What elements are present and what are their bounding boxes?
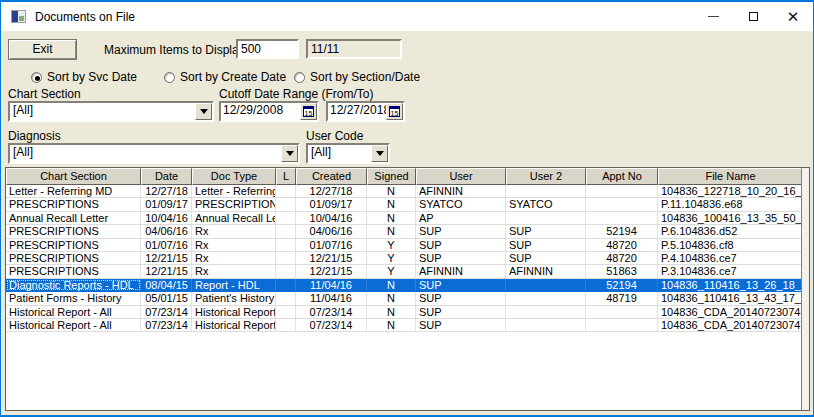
cell-user: SUP xyxy=(416,306,506,318)
table-row[interactable]: PRESCRIPTIONS04/06/16Rx04/06/16NSUPSUP52… xyxy=(6,225,801,238)
cell-user: SYATCO xyxy=(416,198,506,210)
radio-icon xyxy=(294,72,305,83)
cell-signed: N xyxy=(367,212,416,224)
cell-l xyxy=(276,292,296,304)
cutoff-to-date[interactable]: 12/27/2018 xyxy=(326,101,405,122)
cell-file-name: P.3.104836.ce7 xyxy=(658,265,801,277)
cutoff-from-date[interactable]: 12/29/2008 xyxy=(219,101,319,122)
column-header-date[interactable]: Date xyxy=(141,168,192,185)
minimize-icon xyxy=(708,16,719,17)
exit-button[interactable]: Exit xyxy=(8,39,77,60)
cell-appt-no xyxy=(586,198,658,210)
diagnosis-combo[interactable]: [All] xyxy=(8,143,300,164)
cell-chart-section: Diagnostic Reports - HDL xyxy=(6,279,141,291)
diagnosis-dropdown-button[interactable] xyxy=(281,145,298,162)
maximize-icon xyxy=(749,12,758,21)
cell-user: SUP xyxy=(416,225,506,237)
table-row[interactable]: PRESCRIPTIONS12/21/15Rx12/21/15YSUPSUP48… xyxy=(6,252,801,265)
column-header-user[interactable]: User xyxy=(416,168,506,185)
cutoff-from-calendar-button[interactable] xyxy=(300,103,317,120)
cell-doc-type: Historical Report xyxy=(192,319,276,331)
radio-icon xyxy=(31,72,42,83)
cell-user-2: SUP xyxy=(506,252,586,264)
cell-user: AFINNIN xyxy=(416,185,506,197)
table-row[interactable]: Historical Report - All07/23/14Historica… xyxy=(6,319,801,332)
cell-file-name: 104836_122718_10_20_16_1 xyxy=(658,185,801,197)
documents-on-file-window: Documents on File ✕ Exit Maximum Items t… xyxy=(0,0,814,417)
chevron-down-icon xyxy=(286,151,294,156)
cell-date: 01/07/16 xyxy=(141,239,192,251)
radio-sort-by-svc-date[interactable]: Sort by Svc Date xyxy=(31,70,137,84)
column-header-doc-type[interactable]: Doc Type xyxy=(192,168,276,185)
cell-created: 01/07/16 xyxy=(296,239,367,251)
cell-created: 10/04/16 xyxy=(296,212,367,224)
user-code-combo[interactable]: [All] xyxy=(306,143,390,164)
cell-signed: Y xyxy=(367,239,416,251)
cutoff-to-calendar-button[interactable] xyxy=(386,103,403,120)
column-header-l[interactable]: L xyxy=(276,168,296,185)
cell-chart-section: Historical Report - All xyxy=(6,319,141,331)
cell-date: 12/27/18 xyxy=(141,185,192,197)
cell-doc-type: Letter - Referring xyxy=(192,185,276,197)
minimize-button[interactable] xyxy=(693,2,733,31)
cell-file-name: 104836_100416_13_35_50_1 xyxy=(658,212,801,224)
cell-l xyxy=(276,279,296,291)
cutoff-range-label: Cutoff Date Range (From/To) xyxy=(219,87,374,101)
max-items-label: Maximum Items to Display xyxy=(104,43,245,57)
cell-appt-no: 52194 xyxy=(586,225,658,237)
table-row[interactable]: PRESCRIPTIONS12/21/15Rx12/21/15YAFINNINA… xyxy=(6,265,801,278)
cell-chart-section: Annual Recall Letter xyxy=(6,212,141,224)
cell-file-name: P.6.104836.d52 xyxy=(658,225,801,237)
cell-signed: N xyxy=(367,185,416,197)
column-header-appt-no[interactable]: Appt No xyxy=(586,168,658,185)
close-button[interactable]: ✕ xyxy=(773,2,813,31)
table-body: Letter - Referring MD12/27/18Letter - Re… xyxy=(6,185,801,410)
column-header-created[interactable]: Created xyxy=(296,168,367,185)
table-row[interactable]: Patient Forms - History05/01/15Patient's… xyxy=(6,292,801,305)
radio-label: Sort by Svc Date xyxy=(47,70,137,84)
table-row[interactable]: PRESCRIPTIONS01/07/16Rx01/07/16YSUPSUP48… xyxy=(6,239,801,252)
cell-date: 12/21/15 xyxy=(141,265,192,277)
max-items-input[interactable]: 500 xyxy=(236,39,299,59)
chart-section-label: Chart Section xyxy=(8,87,81,101)
column-header-signed[interactable]: Signed xyxy=(367,168,416,185)
cell-user-2: AFINNIN xyxy=(506,265,586,277)
maximize-button[interactable] xyxy=(733,2,773,31)
cell-created: 12/27/18 xyxy=(296,185,367,197)
item-count-field: 11/11 xyxy=(306,39,402,59)
radio-sort-by-section-date[interactable]: Sort by Section/Date xyxy=(294,70,420,84)
column-header-user-2[interactable]: User 2 xyxy=(506,168,586,185)
vertical-scrollbar[interactable] xyxy=(801,168,809,410)
cell-chart-section: PRESCRIPTIONS xyxy=(6,239,141,251)
table-row[interactable]: Diagnostic Reports - HDL08/04/15Report -… xyxy=(6,279,801,292)
cell-user: SUP xyxy=(416,239,506,251)
chevron-down-icon xyxy=(376,151,384,156)
radio-sort-by-create-date[interactable]: Sort by Create Date xyxy=(164,70,286,84)
window-title: Documents on File xyxy=(35,10,135,24)
table-row[interactable]: Letter - Referring MD12/27/18Letter - Re… xyxy=(6,185,801,198)
table-row[interactable]: Annual Recall Letter10/04/16Annual Recal… xyxy=(6,212,801,225)
column-header-file-name[interactable]: File Name xyxy=(658,168,803,185)
cell-created: 12/21/15 xyxy=(296,265,367,277)
chart-section-combo[interactable]: [All] xyxy=(8,101,214,122)
chart-section-dropdown-button[interactable] xyxy=(195,103,212,120)
cell-created: 04/06/16 xyxy=(296,225,367,237)
cell-chart-section: Letter - Referring MD xyxy=(6,185,141,197)
cell-user: AFINNIN xyxy=(416,265,506,277)
chevron-down-icon xyxy=(200,109,208,114)
table-row[interactable]: PRESCRIPTIONS01/09/17PRESCRIPTION01/09/1… xyxy=(6,198,801,211)
cell-signed: N xyxy=(367,198,416,210)
cell-doc-type: Rx xyxy=(192,265,276,277)
cell-user-2 xyxy=(506,306,586,318)
cell-appt-no: 51863 xyxy=(586,265,658,277)
dialog-body: Exit Maximum Items to Display 500 11/11 … xyxy=(1,31,813,415)
table-row[interactable]: Historical Report - All07/23/14Historica… xyxy=(6,306,801,319)
cell-file-name: 104836_CDA_201407230747 xyxy=(658,319,801,331)
cell-file-name: P.4.104836.ce7 xyxy=(658,252,801,264)
cell-created: 12/21/15 xyxy=(296,252,367,264)
column-header-chart-section[interactable]: Chart Section xyxy=(6,168,141,185)
chart-section-value: [All] xyxy=(10,103,195,120)
user-code-dropdown-button[interactable] xyxy=(371,145,388,162)
cell-appt-no: 48720 xyxy=(586,252,658,264)
cell-user-2 xyxy=(506,292,586,304)
